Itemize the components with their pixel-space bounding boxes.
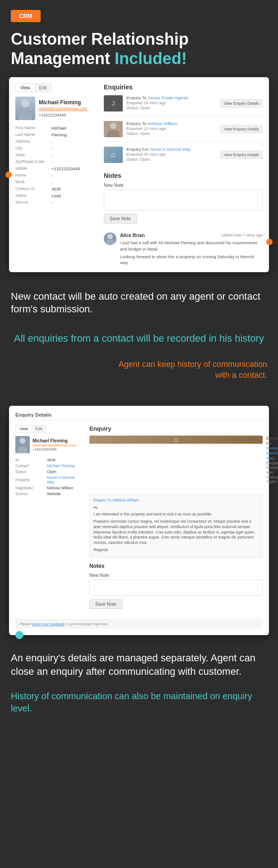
feature-orange: Agent can keep history of communication … bbox=[11, 359, 267, 381]
field-label: City bbox=[15, 145, 51, 152]
bottom-text-2: History of communication can also be mai… bbox=[0, 690, 278, 728]
orange-dot-left bbox=[5, 172, 12, 178]
notes-title: Notes bbox=[104, 172, 263, 179]
bottom-cyan: History of communication can also be mai… bbox=[11, 690, 267, 715]
detail-field-label: Negotiator bbox=[15, 485, 47, 491]
enquiry-thumb: ⌂ bbox=[104, 147, 123, 163]
field-label: Work bbox=[15, 179, 51, 186]
bottom-text-1: An enquiry's details are managed separat… bbox=[0, 644, 278, 690]
detail-view-edit-tabs[interactable]: View Edit bbox=[15, 425, 46, 432]
enquiry-time: Enquired 6 hours ago bbox=[266, 461, 278, 474]
enquiry-status: Status: Open bbox=[126, 106, 217, 110]
enquiry-items: J Enquiry To James Estate Agents Enquire… bbox=[104, 95, 263, 167]
enquiry-thumb: ⌂ bbox=[89, 436, 263, 444]
detail-view-tab[interactable]: View bbox=[16, 426, 32, 432]
detail-field-row: ID4638 bbox=[15, 457, 83, 463]
enquiry-status: Status: Open bbox=[126, 131, 217, 136]
detail-field-label: ID bbox=[15, 457, 47, 463]
view-enquiry-button[interactable]: View Enquiry Details bbox=[220, 99, 263, 107]
view-enquiry-button[interactable]: View Enquiry Details bbox=[220, 125, 263, 133]
house-icon: ⌂ bbox=[174, 436, 178, 444]
email-closing: Regards bbox=[93, 548, 259, 553]
view-tab[interactable]: View bbox=[16, 84, 35, 92]
commenter-avatar bbox=[104, 232, 116, 245]
enquiry-item: Enquiry To Melissa William Enquired 12 m… bbox=[104, 121, 263, 142]
detail-field-value: Home in Merrick Way bbox=[47, 474, 83, 485]
contact-info: Michael Fleming robert@inspirythemes.com… bbox=[39, 99, 88, 117]
contact-field-row: City- bbox=[15, 145, 97, 152]
enquiry-item: J Enquiry To James Estate Agents Enquire… bbox=[104, 95, 263, 116]
detail-field-row: NegotiatorMelissa William bbox=[15, 485, 83, 491]
detail-fields-table: ID4638ContactMichael FlemingStatusOpenPr… bbox=[15, 457, 83, 497]
enquiry-label: Enquiry To James Estate Agents bbox=[126, 95, 217, 100]
enquiry-thumb: J bbox=[104, 95, 123, 111]
field-value: Fleming bbox=[51, 131, 97, 138]
detail-field-label: Property bbox=[15, 474, 47, 485]
enquiry-link[interactable]: James Estate Agents bbox=[148, 95, 188, 100]
edit-tab[interactable]: Edit bbox=[35, 84, 51, 92]
detail-contact-phone: +13212233445 bbox=[32, 447, 76, 451]
field-value: - bbox=[51, 138, 97, 145]
new-note-label: New Note bbox=[104, 183, 263, 188]
enquiry-label: Enquiry For Home in Merrick Way bbox=[126, 147, 217, 152]
detail-field-value: Open bbox=[47, 469, 83, 474]
screenshot-card-1: View Edit Michael Fleming robert@inspiry… bbox=[9, 77, 269, 272]
detail-contact-info: Michael Fleming robert@inspirythemes.com… bbox=[32, 438, 76, 451]
field-value: +13212233445 bbox=[51, 165, 97, 172]
contact-field-row: First NameMichael bbox=[15, 125, 97, 131]
enquiry-label: Enquiry To Melissa William bbox=[126, 121, 217, 126]
contact-email[interactable]: robert@inspirythemes.com bbox=[39, 107, 88, 111]
enquiry-time: Enquired 10 mins ago bbox=[126, 101, 217, 105]
field-label: State bbox=[15, 152, 51, 158]
detail-edit-tab[interactable]: Edit bbox=[32, 426, 46, 432]
save-note-button[interactable]: Save Note bbox=[104, 214, 137, 223]
detail-contact-header: Michael Fleming robert@inspirythemes.com… bbox=[15, 436, 83, 453]
enquiry-time: Enquired 35 mins ago bbox=[126, 152, 217, 157]
enquiry-thumb bbox=[104, 121, 123, 137]
note-textarea[interactable] bbox=[104, 190, 263, 210]
contact-field-row: StatusLead bbox=[15, 192, 97, 199]
contact-field-row: State- bbox=[15, 152, 97, 158]
contact-field-row: Work- bbox=[15, 179, 97, 186]
feature-section-1: New contact will be auto created on any … bbox=[0, 286, 278, 332]
detail-field-value: Melissa William bbox=[47, 485, 83, 491]
view-enquiry-button[interactable]: View Enquiry Details bbox=[220, 151, 263, 159]
note-text-1: I just had a call with Mr.Michael Flemin… bbox=[120, 240, 263, 252]
email-from-link[interactable]: Enquiry To Melissa William bbox=[93, 498, 259, 503]
share-feedback-link[interactable]: share your feedback bbox=[32, 622, 65, 626]
detail-contact-name: Michael Fleming bbox=[32, 438, 76, 443]
enquiry-link[interactable]: Melissa William bbox=[148, 121, 177, 126]
contact-phone: +13212233445 bbox=[39, 113, 66, 117]
detail-field-label: Contact bbox=[15, 463, 47, 469]
email-card: Enquiry To Melissa William Hi, I am inte… bbox=[89, 494, 263, 558]
enquiry-property-link[interactable]: Home in Merrick Way bbox=[266, 446, 278, 460]
detail-field-label: Source bbox=[15, 491, 47, 497]
enquiry-status: Status: Open bbox=[126, 157, 217, 162]
enquiry-link[interactable]: Home in Merrick Way bbox=[150, 147, 190, 152]
note-text-2: Looking forward to show him a property o… bbox=[120, 254, 263, 266]
feature-highlight: All enquiries from a contact will be rec… bbox=[11, 332, 267, 345]
feature-section-3: Agent can keep history of communication … bbox=[0, 359, 278, 399]
contact-field-row: Source- bbox=[15, 199, 97, 206]
field-label: Status bbox=[15, 192, 51, 199]
detail-field-row: PropertyHome in Merrick Way bbox=[15, 474, 83, 485]
view-edit-tabs[interactable]: View Edit bbox=[15, 84, 51, 92]
detail-contact-email[interactable]: robert@inspirythemes.com bbox=[32, 443, 76, 447]
enquiry-content: Enquiry To James Estate Agents Enquired … bbox=[126, 95, 217, 111]
field-label: Contact ID bbox=[15, 186, 51, 192]
detail-note-textarea[interactable] bbox=[89, 580, 263, 596]
detail-field-row: ContactMichael Fleming bbox=[15, 463, 83, 469]
note-time: Added note 7 mins ago bbox=[221, 233, 263, 237]
enquiry-content: Enquiry For Home in Merrick Way Enquired… bbox=[126, 147, 217, 162]
detail-save-note-button[interactable]: Save Note bbox=[89, 599, 122, 609]
feature-desc-1: New contact will be auto created on any … bbox=[11, 290, 267, 316]
bottom-bar-text-after: to get this plugin improved. bbox=[65, 622, 109, 626]
bottom-desc-1: An enquiry's details are managed separat… bbox=[11, 651, 267, 678]
blue-dot bbox=[15, 631, 23, 639]
detail-field-value: 4638 bbox=[47, 457, 83, 463]
crm-badge: CRM bbox=[11, 10, 41, 22]
field-label: Source bbox=[15, 199, 51, 206]
hero-title: Customer Relationship Management Include… bbox=[0, 29, 278, 77]
enquiry-item: ⌂ Enquiry For Home in Merrick Way Enquir… bbox=[104, 147, 263, 167]
detail-field-row: SourceWebsite bbox=[15, 491, 83, 497]
